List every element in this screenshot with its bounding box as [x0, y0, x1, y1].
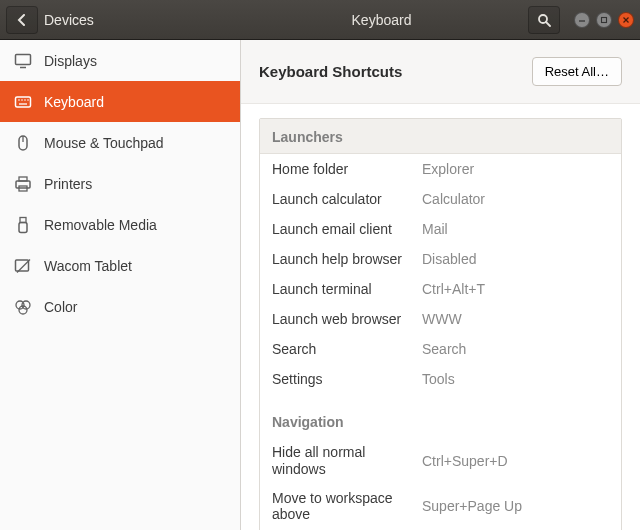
shortcut-value: WWW: [422, 311, 609, 327]
shortcut-value: Tools: [422, 371, 609, 387]
svg-point-11: [24, 99, 26, 101]
svg-rect-16: [16, 181, 30, 188]
section-heading: Launchers: [260, 119, 621, 154]
shortcut-label: Launch help browser: [272, 251, 422, 268]
sidebar-item-label: Color: [44, 299, 77, 315]
sidebar-item-label: Wacom Tablet: [44, 258, 132, 274]
shortcut-row[interactable]: Launch terminalCtrl+Alt+T: [260, 274, 621, 304]
sidebar: DisplaysKeyboardMouse & TouchpadPrinters…: [0, 40, 241, 530]
window-close[interactable]: [618, 12, 634, 28]
search-icon: [537, 13, 551, 27]
shortcut-value: Calculator: [422, 191, 609, 207]
svg-rect-6: [16, 54, 31, 64]
shortcut-label: Launch calculator: [272, 191, 422, 208]
headerbar-right: Keyboard: [241, 6, 640, 34]
shortcut-row[interactable]: Launch email clientMail: [260, 214, 621, 244]
headerbar-left-title: Devices: [44, 12, 94, 28]
sidebar-item-removable[interactable]: Removable Media: [0, 204, 240, 245]
svg-rect-3: [602, 17, 607, 22]
shortcut-row[interactable]: SettingsTools: [260, 364, 621, 394]
shortcut-scroll-pane[interactable]: LaunchersHome folderExplorerLaunch calcu…: [241, 104, 640, 530]
shortcut-row[interactable]: Launch web browserWWW: [260, 304, 621, 334]
headerbar: Devices Keyboard: [0, 0, 640, 40]
printer-icon: [14, 175, 32, 193]
sidebar-item-keyboard[interactable]: Keyboard: [0, 81, 240, 122]
reset-all-button[interactable]: Reset All…: [532, 57, 622, 86]
svg-rect-17: [19, 177, 27, 181]
content-header: Keyboard Shortcuts Reset All…: [241, 40, 640, 104]
mouse-icon: [14, 134, 32, 152]
shortcut-label: Home folder: [272, 161, 422, 178]
shortcut-row[interactable]: Launch help browserDisabled: [260, 244, 621, 274]
shortcut-label: Search: [272, 341, 422, 358]
sidebar-item-wacom[interactable]: Wacom Tablet: [0, 245, 240, 286]
shortcut-row[interactable]: Move to workspace aboveSuper+Page Up: [260, 484, 621, 530]
shortcut-value: Explorer: [422, 161, 609, 177]
window-maximize[interactable]: [596, 12, 612, 28]
sidebar-item-mouse[interactable]: Mouse & Touchpad: [0, 122, 240, 163]
shortcut-label: Launch web browser: [272, 311, 422, 328]
svg-line-1: [546, 22, 550, 26]
svg-point-10: [21, 99, 23, 101]
shortcut-row[interactable]: Launch calculatorCalculator: [260, 184, 621, 214]
shortcut-label: Hide all normal windows: [272, 444, 422, 478]
shortcut-value: Search: [422, 341, 609, 357]
svg-rect-8: [16, 97, 31, 107]
shortcut-row[interactable]: Hide all normal windowsCtrl+Super+D: [260, 438, 621, 484]
shortcut-value: Super+Page Up: [422, 498, 609, 514]
shortcut-row[interactable]: Home folderExplorer: [260, 154, 621, 184]
sidebar-item-displays[interactable]: Displays: [0, 40, 240, 81]
svg-point-12: [27, 99, 29, 101]
sidebar-item-label: Mouse & Touchpad: [44, 135, 164, 151]
svg-rect-20: [19, 222, 27, 232]
usb-icon: [14, 216, 32, 234]
shortcut-label: Launch terminal: [272, 281, 422, 298]
sidebar-item-label: Printers: [44, 176, 92, 192]
sidebar-item-label: Displays: [44, 53, 97, 69]
keyboard-icon: [14, 93, 32, 111]
shortcut-label: Move to workspace above: [272, 490, 422, 524]
sidebar-item-label: Removable Media: [44, 217, 157, 233]
display-icon: [14, 52, 32, 70]
shortcut-row[interactable]: SearchSearch: [260, 334, 621, 364]
back-button[interactable]: [6, 6, 38, 34]
shortcut-value: Disabled: [422, 251, 609, 267]
shortcut-label: Settings: [272, 371, 422, 388]
shortcut-value: Ctrl+Super+D: [422, 453, 609, 469]
headerbar-center-title: Keyboard: [241, 12, 522, 28]
shortcut-list: LaunchersHome folderExplorerLaunch calcu…: [259, 118, 622, 530]
chevron-left-icon: [16, 14, 28, 26]
shortcut-value: Mail: [422, 221, 609, 237]
sidebar-item-printers[interactable]: Printers: [0, 163, 240, 204]
content-panel: Keyboard Shortcuts Reset All… LaunchersH…: [241, 40, 640, 530]
svg-rect-21: [16, 260, 29, 271]
section-heading: Navigation: [260, 404, 621, 438]
headerbar-left: Devices: [0, 6, 241, 34]
shortcut-value: Ctrl+Alt+T: [422, 281, 609, 297]
sidebar-item-label: Keyboard: [44, 94, 104, 110]
window-minimize[interactable]: [574, 12, 590, 28]
search-button[interactable]: [528, 6, 560, 34]
tablet-icon: [14, 257, 32, 275]
content-heading: Keyboard Shortcuts: [259, 63, 532, 80]
window-controls: [574, 12, 634, 28]
sidebar-item-color[interactable]: Color: [0, 286, 240, 327]
shortcut-label: Launch email client: [272, 221, 422, 238]
color-icon: [14, 298, 32, 316]
svg-point-9: [18, 99, 20, 101]
